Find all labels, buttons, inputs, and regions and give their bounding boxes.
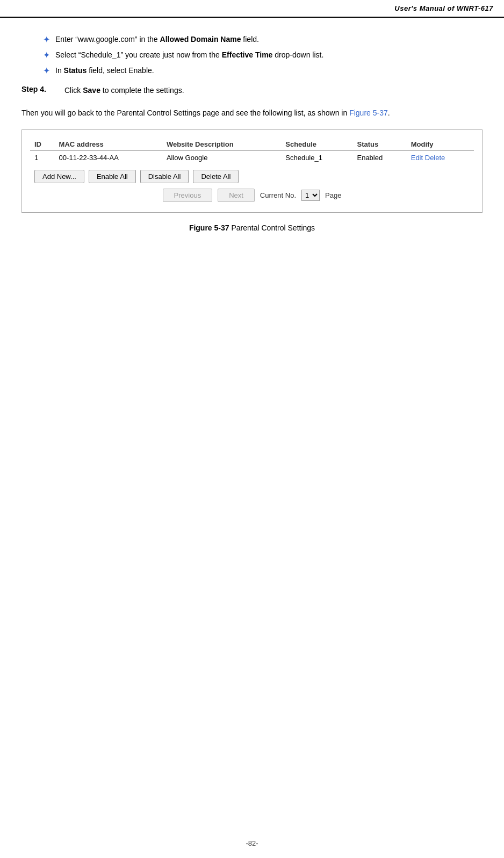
bullet-item-3: ✦ In Status field, select Enable. xyxy=(43,65,483,76)
add-new-button[interactable]: Add New... xyxy=(34,170,84,183)
bullet-icon-2: ✦ xyxy=(43,50,50,60)
bullet-text-2: Select “Schedule_1” you create just now … xyxy=(55,49,323,61)
enable-all-button[interactable]: Enable All xyxy=(89,170,136,183)
figure-caption: Figure 5-37 Parental Control Settings xyxy=(21,223,483,232)
bullet-list: ✦ Enter “www.google.com” in the Allowed … xyxy=(43,34,483,76)
current-no-label: Current No. xyxy=(260,191,296,199)
col-description: Website Description xyxy=(162,138,281,151)
page-header: User's Manual of WNRT-617 xyxy=(0,0,504,18)
caption-bold: Figure 5-37 xyxy=(189,223,229,232)
cell-id: 1 xyxy=(30,151,55,165)
main-content: ✦ Enter “www.google.com” in the Allowed … xyxy=(0,18,504,245)
bullet-icon-1: ✦ xyxy=(43,34,50,45)
cell-schedule: Schedule_1 xyxy=(281,151,352,165)
delete-all-button[interactable]: Delete All xyxy=(193,170,239,183)
cell-description: Allow Google xyxy=(162,151,281,165)
page-select[interactable]: 1 xyxy=(301,190,320,201)
next-button[interactable]: Next xyxy=(218,189,255,202)
cell-mac: 00-11-22-33-44-AA xyxy=(55,151,162,165)
bullet-text-3: In Status field, select Enable. xyxy=(55,65,154,76)
table-header-row: ID MAC address Website Description Sched… xyxy=(30,138,474,151)
paragraph-intro: Then you will go back to the Parental Co… xyxy=(21,107,483,119)
caption-text: Parental Control Settings xyxy=(229,223,315,232)
col-id: ID xyxy=(30,138,55,151)
col-status: Status xyxy=(352,138,406,151)
disable-all-button[interactable]: Disable All xyxy=(140,170,189,183)
pagination-row: Previous Next Current No. 1 Page xyxy=(30,189,474,202)
bullet-text-1: Enter “www.google.com” in the Allowed Do… xyxy=(55,34,259,45)
bullet-item-1: ✦ Enter “www.google.com” in the Allowed … xyxy=(43,34,483,45)
delete-link[interactable]: Delete xyxy=(425,154,445,162)
step-content: Click Save to complete the settings. xyxy=(64,85,184,96)
bullet-item-2: ✦ Select “Schedule_1” you create just no… xyxy=(43,49,483,61)
parental-control-table: ID MAC address Website Description Sched… xyxy=(30,138,474,164)
action-buttons-row: Add New... Enable All Disable All Delete… xyxy=(34,170,470,183)
step-4: Step 4. Click Save to complete the setti… xyxy=(21,85,483,96)
cell-modify: Edit Delete xyxy=(407,151,474,165)
col-schedule: Schedule xyxy=(281,138,352,151)
table-row: 1 00-11-22-33-44-AA Allow Google Schedul… xyxy=(30,151,474,165)
col-mac: MAC address xyxy=(55,138,162,151)
figure-link[interactable]: Figure 5-37 xyxy=(349,109,388,117)
header-title: User's Manual of WNRT-617 xyxy=(394,4,493,12)
page-number: -82- xyxy=(0,839,504,847)
figure-box: ID MAC address Website Description Sched… xyxy=(21,129,483,213)
bullet-icon-3: ✦ xyxy=(43,66,50,76)
page-label: Page xyxy=(325,191,341,199)
previous-button[interactable]: Previous xyxy=(163,189,213,202)
col-modify: Modify xyxy=(407,138,474,151)
cell-status: Enabled xyxy=(352,151,406,165)
edit-link[interactable]: Edit xyxy=(411,154,423,162)
step-label: Step 4. xyxy=(21,85,64,93)
